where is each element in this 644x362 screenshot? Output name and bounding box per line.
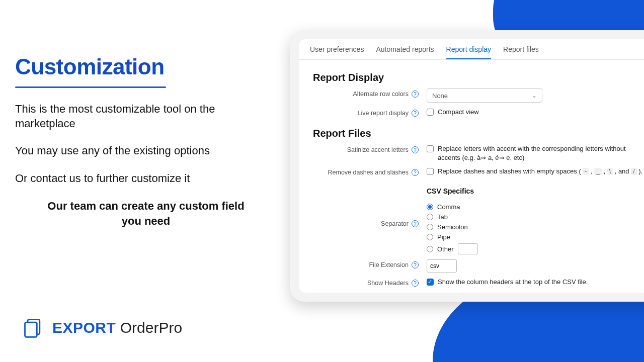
separator-other-input[interactable]: [458, 243, 478, 254]
radio-comma[interactable]: Comma: [427, 203, 644, 211]
radio-dot: [427, 204, 433, 210]
checkbox-include-newlines[interactable]: Include new-lines, if existing, within t…: [427, 292, 644, 293]
tab-report-display[interactable]: Report display: [446, 45, 492, 59]
tab-user-preferences[interactable]: User preferences: [310, 45, 364, 59]
checkbox-compact-view-label: Compact view: [438, 108, 479, 117]
label-alt-row-colors: Alternate row colors: [353, 90, 409, 98]
row-remove-dashes: Remove dashes and slashes ? Replace dash…: [313, 167, 644, 176]
section-report-files: Report Files: [313, 128, 644, 139]
radio-dot: [427, 234, 433, 240]
label-live-report: Live report display: [358, 110, 409, 117]
radio-pipe[interactable]: Pipe: [427, 233, 644, 241]
file-extension-input[interactable]: [427, 259, 457, 273]
tab-automated-reports[interactable]: Automated reports: [376, 45, 434, 59]
checkbox-box: [427, 109, 434, 116]
label-show-headers: Show Headers: [367, 280, 409, 287]
checkbox-show-headers-desc: Show the column headers at the top of th…: [438, 278, 588, 287]
help-icon[interactable]: ?: [412, 110, 419, 117]
tab-bar: User preferences Automated reports Repor…: [299, 39, 644, 60]
brand-name-strong: EXPORT: [52, 319, 116, 336]
help-icon[interactable]: ?: [412, 280, 419, 287]
checkbox-remove-dashes[interactable]: Replace dashes and slashes with empty sp…: [427, 167, 644, 176]
brand-text: EXPORT OrderPro: [52, 319, 182, 336]
row-csv-heading: CSV Specifics: [313, 183, 644, 198]
label-separator: Separator: [381, 220, 409, 227]
label-file-extension: File Extension: [369, 261, 409, 268]
checkbox-box: [427, 145, 434, 152]
marketing-line-3: Or contact us to further customize it: [15, 171, 277, 186]
radio-dot: [427, 246, 433, 252]
row-alt-row-colors: Alternate row colors ? None ⌄: [313, 88, 644, 103]
csv-specifics-heading: CSV Specifics: [427, 187, 644, 195]
radio-semicolon[interactable]: Semicolon: [427, 223, 644, 231]
help-icon[interactable]: ?: [412, 261, 419, 268]
help-icon[interactable]: ?: [412, 90, 419, 98]
select-alt-row-colors[interactable]: None ⌄: [427, 88, 542, 103]
radio-tab[interactable]: Tab: [427, 213, 644, 221]
marketing-line-2: You may use any of the existing options: [15, 144, 277, 158]
row-include-newlines: Include new-lines ? Include new-lines, i…: [313, 292, 644, 293]
svg-rect-1: [25, 322, 37, 337]
radio-other[interactable]: Other: [427, 243, 644, 254]
brand-name-rest: OrderPro: [120, 319, 182, 336]
device-frame: User preferences Automated reports Repor…: [290, 30, 644, 302]
row-show-headers: Show Headers ? Show the column headers a…: [313, 278, 644, 287]
page-title: Customization: [15, 54, 277, 79]
row-satinize: Satinize accent letters ? Replace letter…: [313, 144, 644, 162]
checkbox-box: [427, 168, 434, 175]
chevron-down-icon: ⌄: [532, 92, 537, 99]
checkbox-compact-view[interactable]: Compact view: [427, 108, 644, 117]
checkbox-satinize[interactable]: Replace letters with accent with the cor…: [427, 144, 644, 162]
radio-dot: [427, 214, 433, 220]
checkbox-show-headers[interactable]: Show the column headers at the top of th…: [427, 278, 644, 287]
select-alt-row-colors-value: None: [432, 92, 448, 100]
marketing-column: Customization This is the most customiza…: [15, 54, 277, 242]
brand-logo-icon: [22, 317, 44, 339]
marketing-emphasis: Our team can create any custom field you…: [15, 199, 277, 228]
help-icon[interactable]: ?: [412, 146, 419, 153]
row-separator: Separator ? Comma Tab Semicolon Pipe Oth…: [313, 203, 644, 254]
separator-radio-group: Comma Tab Semicolon Pipe Other: [427, 203, 644, 254]
row-live-report: Live report display ? Compact view: [313, 108, 644, 117]
label-satinize: Satinize accent letters: [347, 146, 409, 153]
label-remove-dashes: Remove dashes and slashes: [328, 169, 409, 176]
row-file-extension: File Extension ?: [313, 259, 644, 273]
help-icon[interactable]: ?: [412, 220, 419, 227]
checkbox-satinize-desc: Replace letters with accent with the cor…: [438, 144, 644, 162]
radio-dot: [427, 224, 433, 230]
checkbox-box-checked: [427, 279, 434, 286]
tab-report-files[interactable]: Report files: [503, 45, 539, 59]
help-icon[interactable]: ?: [412, 169, 419, 176]
checkbox-remove-dashes-desc: Replace dashes and slashes with empty sp…: [438, 167, 642, 176]
checkbox-include-newlines-desc: Include new-lines, if existing, within t…: [438, 292, 585, 293]
settings-body: Report Display Alternate row colors ? No…: [299, 60, 644, 293]
section-report-display: Report Display: [313, 72, 644, 83]
marketing-line-1: This is the most customizable tool on th…: [15, 102, 277, 131]
page-root: Customization This is the most customiza…: [0, 0, 644, 362]
app-screen: User preferences Automated reports Repor…: [299, 39, 644, 293]
title-underline: [15, 86, 166, 88]
brand: EXPORT OrderPro: [22, 317, 182, 339]
